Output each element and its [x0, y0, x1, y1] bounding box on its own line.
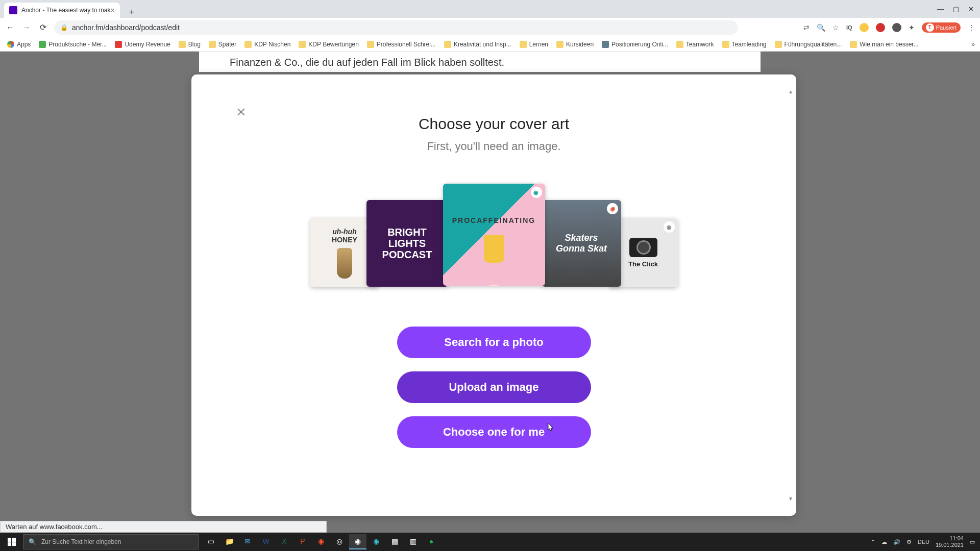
extension-iq-icon[interactable]: IQ	[846, 24, 852, 31]
taskbar-search[interactable]: 🔍 Zur Suche Text hier eingeben	[23, 534, 199, 549]
bookmark-item[interactable]: Wie man ein besser...	[848, 41, 920, 48]
bookmark-item[interactable]: Lernen	[518, 41, 550, 48]
task-view-icon[interactable]: ▭	[202, 534, 219, 549]
reload-button[interactable]: ⟳	[38, 22, 48, 32]
bookmark-apps[interactable]: Apps	[5, 41, 33, 48]
bookmark-item[interactable]: Führungsqualitäten...	[773, 41, 844, 48]
bookmark-icon	[39, 41, 46, 48]
folder-icon	[209, 41, 216, 48]
bookmark-item[interactable]: Udemy Revenue	[113, 41, 172, 48]
modal-subtitle: First, you'll need an image.	[310, 140, 678, 153]
status-message: Warten auf www.facebook.com...	[0, 521, 327, 533]
obs-icon[interactable]: ◎	[331, 534, 348, 549]
address-bar: ← → ⟳ 🔒 anchor.fm/dashboard/podcast/edit…	[0, 18, 980, 37]
minimize-button[interactable]: —	[937, 5, 944, 13]
notepad-icon[interactable]: ▥	[404, 534, 422, 549]
extension-icon-3[interactable]	[892, 23, 901, 32]
network-icon[interactable]: ⚙	[906, 539, 912, 545]
profile-avatar: T	[926, 23, 934, 32]
lock-icon: 🔒	[60, 24, 68, 31]
anchor-badge-icon: ◉	[531, 187, 542, 198]
toolbar-icons: ⇄ 🔍 ☆ IQ ✦ T Pausiert ⋮	[803, 22, 975, 33]
modal-buttons: Search for a photo Upload an image Choos…	[310, 327, 678, 448]
bookmark-item[interactable]: Produktsuche - Mer...	[37, 41, 109, 48]
bookmark-item[interactable]: Kursideen	[554, 41, 596, 48]
bookmark-item[interactable]: Teamwork	[674, 41, 716, 48]
spotify-icon[interactable]: ●	[423, 534, 440, 549]
close-modal-button[interactable]: ×	[236, 103, 246, 121]
close-window-button[interactable]: ✕	[968, 5, 974, 13]
tray-expand-icon[interactable]: ⌃	[871, 539, 875, 545]
tab-close-icon[interactable]: ×	[111, 6, 115, 14]
cup-graphic	[484, 235, 504, 263]
folder-icon	[722, 41, 729, 48]
scroll-down-icon[interactable]: ▼	[788, 496, 793, 502]
folder-icon	[556, 41, 564, 48]
folder-icon	[244, 41, 252, 48]
excel-icon[interactable]: X	[276, 534, 293, 549]
bookmark-item[interactable]: Kreativität und Insp...	[442, 41, 513, 48]
choose-for-me-button[interactable]: Choose one for me	[397, 416, 591, 448]
new-tab-button[interactable]: +	[125, 7, 139, 18]
folder-icon	[444, 41, 451, 48]
extensions-menu-icon[interactable]: ✦	[909, 23, 915, 32]
volume-icon[interactable]: 🔊	[893, 539, 900, 545]
anchor-badge-icon: ◉	[664, 221, 675, 233]
language-indicator[interactable]: DEU	[918, 539, 929, 545]
clock-date: 19.01.2021	[936, 542, 964, 548]
profile-label: Pausiert	[936, 24, 957, 31]
bookmark-item[interactable]: Später	[207, 41, 238, 48]
forward-button[interactable]: →	[21, 23, 32, 32]
back-button[interactable]: ←	[5, 23, 15, 32]
edge-icon[interactable]: ◉	[368, 534, 385, 549]
brave-icon[interactable]: ◉	[312, 534, 330, 549]
taskbar-clock[interactable]: 11:04 19.01.2021	[936, 535, 964, 548]
scroll-up-icon[interactable]: ▲	[788, 89, 793, 94]
search-placeholder: Zur Suche Text hier eingeben	[41, 538, 121, 545]
bookmark-item[interactable]: Blog	[177, 41, 203, 48]
bookmark-star-icon[interactable]: ☆	[832, 23, 839, 32]
start-button[interactable]	[0, 533, 23, 551]
bookmark-item[interactable]: Positionierung Onli...	[600, 41, 670, 48]
cover-example-bright-lights: BRIGHT LIGHTS PODCAST	[366, 200, 448, 287]
powerpoint-icon[interactable]: P	[294, 534, 311, 549]
browser-tabs-bar: Anchor - The easiest way to mak × + — ▢ …	[0, 0, 980, 18]
chrome-icon[interactable]: ◉	[349, 534, 366, 549]
notifications-icon[interactable]: ▭	[970, 539, 975, 545]
file-explorer-icon[interactable]: 📁	[220, 534, 238, 549]
cover-example-procaffeinating: ◉ PROCAFFEINATING	[443, 184, 545, 286]
folder-icon	[367, 41, 374, 48]
tab-favicon	[9, 6, 17, 14]
extension-icon-1[interactable]	[860, 23, 869, 32]
cover-examples: ◉ uh-huh HONEY BRIGHT LIGHTS PODCAST ◉ P…	[310, 184, 678, 291]
bookmark-item[interactable]: Teamleading	[720, 41, 769, 48]
bookmark-item[interactable]: KDP Bewertungen	[297, 41, 361, 48]
extension-icon-2[interactable]	[876, 23, 885, 32]
word-icon[interactable]: W	[257, 534, 275, 549]
maximize-button[interactable]: ▢	[953, 5, 959, 13]
search-photo-button[interactable]: Search for a photo	[397, 327, 591, 358]
app-icon[interactable]: ▤	[386, 534, 403, 549]
hand-graphic	[480, 285, 508, 286]
upload-image-button[interactable]: Upload an image	[397, 371, 591, 403]
honey-graphic	[337, 248, 352, 279]
tab-title: Anchor - The easiest way to mak	[21, 7, 111, 14]
url-field[interactable]: 🔒 anchor.fm/dashboard/podcast/edit	[54, 20, 738, 35]
modal-overlay: × ▲ ▼ Choose your cover art First, you'l…	[0, 52, 980, 533]
cover-art-modal: × ▲ ▼ Choose your cover art First, you'l…	[191, 74, 796, 516]
browser-menu-icon[interactable]: ⋮	[968, 23, 975, 32]
onedrive-icon[interactable]: ☁	[881, 539, 887, 545]
browser-tab[interactable]: Anchor - The easiest way to mak ×	[4, 3, 120, 18]
url-text: anchor.fm/dashboard/podcast/edit	[72, 23, 180, 32]
folder-icon	[775, 41, 782, 48]
bookmarks-bar: Apps Produktsuche - Mer... Udemy Revenue…	[0, 37, 980, 52]
zoom-icon[interactable]: 🔍	[817, 23, 825, 32]
mail-icon[interactable]: ✉	[239, 534, 256, 549]
bookmarks-overflow-icon[interactable]: »	[971, 41, 975, 48]
translate-icon[interactable]: ⇄	[803, 23, 810, 32]
window-controls: — ▢ ✕	[937, 5, 980, 13]
profile-badge[interactable]: T Pausiert	[922, 22, 961, 33]
bookmark-item[interactable]: KDP Nischen	[242, 41, 292, 48]
bookmark-item[interactable]: Professionell Schrei...	[365, 41, 438, 48]
camera-graphic	[629, 238, 657, 257]
